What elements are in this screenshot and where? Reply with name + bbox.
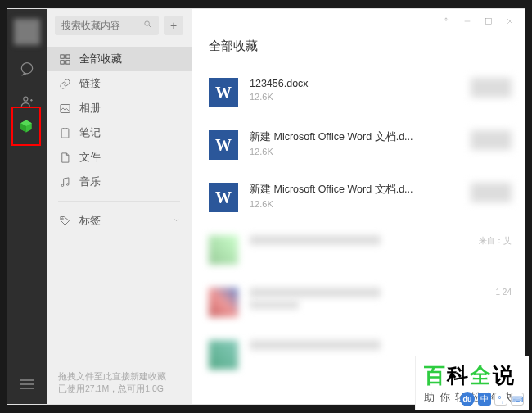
svg-point-10 bbox=[66, 183, 69, 185]
search-row: + bbox=[47, 9, 192, 42]
svg-rect-3 bbox=[60, 54, 63, 57]
category-link[interactable]: 链接 bbox=[47, 71, 192, 96]
category-tag[interactable]: 标签 bbox=[47, 208, 192, 233]
search-icon bbox=[143, 20, 152, 31]
tag-icon bbox=[58, 214, 71, 227]
app-window: + 全部收藏 链接 相册 笔记 文件 bbox=[7, 8, 525, 405]
page-title: 全部收藏 bbox=[192, 34, 525, 66]
svg-point-9 bbox=[61, 184, 64, 187]
maximize-icon[interactable] bbox=[484, 16, 494, 26]
svg-rect-7 bbox=[60, 104, 69, 112]
image-thumb-icon bbox=[209, 288, 238, 317]
svg-rect-8 bbox=[61, 128, 69, 137]
chevron-down-icon bbox=[173, 215, 180, 226]
keyboard-icon[interactable]: ⌨ bbox=[511, 393, 524, 406]
main-pane: 全部收藏 W 123456.docx 12.6K W 新建 Microsoft … bbox=[192, 9, 525, 404]
item-name: 新建 Microsoft Office Word 文档.d... bbox=[250, 130, 430, 144]
grid-icon bbox=[58, 52, 71, 66]
item-size: 12.6K bbox=[250, 92, 508, 102]
word-file-icon: W bbox=[209, 183, 238, 212]
os-tray: du 中 °, ⌨ bbox=[460, 392, 524, 406]
svg-rect-5 bbox=[60, 60, 63, 63]
svg-point-11 bbox=[61, 218, 63, 220]
list-item[interactable]: W 123456.docx 12.6K bbox=[192, 66, 525, 119]
word-file-icon: W bbox=[209, 130, 238, 160]
search-input[interactable] bbox=[61, 20, 140, 31]
storage-footer: 拖拽文件至此直接新建收藏 已使用27.1M，总可用1.0G bbox=[47, 370, 192, 405]
svg-rect-12 bbox=[486, 19, 492, 25]
category-label: 标签 bbox=[79, 214, 101, 228]
link-icon bbox=[58, 77, 71, 90]
note-icon bbox=[58, 126, 71, 139]
image-thumb-icon bbox=[209, 340, 238, 370]
music-icon bbox=[58, 175, 71, 188]
sidebar: + 全部收藏 链接 相册 笔记 文件 bbox=[47, 9, 192, 404]
minimize-icon[interactable] bbox=[462, 16, 472, 26]
category-label: 音乐 bbox=[79, 175, 101, 189]
avatar[interactable] bbox=[14, 19, 40, 45]
item-name bbox=[250, 235, 381, 245]
divider bbox=[58, 201, 180, 202]
category-label: 文件 bbox=[79, 151, 101, 165]
item-meta: 来自：艾 bbox=[479, 235, 512, 247]
item-name: 123456.docx bbox=[250, 78, 430, 89]
category-file[interactable]: 文件 bbox=[47, 145, 192, 170]
svg-point-0 bbox=[21, 63, 32, 74]
add-button[interactable]: + bbox=[164, 16, 183, 35]
item-size: 12.6K bbox=[250, 147, 508, 157]
file-icon bbox=[58, 151, 71, 164]
item-name: 新建 Microsoft Office Word 文档.d... bbox=[250, 183, 430, 197]
svg-rect-4 bbox=[65, 54, 69, 57]
watermark-title: 百科全说 bbox=[424, 361, 517, 390]
item-meta: 1 24 bbox=[496, 288, 512, 297]
category-all[interactable]: 全部收藏 bbox=[47, 47, 192, 71]
left-nav-bar bbox=[7, 9, 47, 404]
category-note[interactable]: 笔记 bbox=[47, 120, 192, 145]
ime-badge[interactable]: 中 bbox=[478, 393, 491, 406]
item-meta bbox=[471, 78, 512, 98]
list-item[interactable]: W 新建 Microsoft Office Word 文档.d... 12.6K bbox=[192, 171, 525, 224]
category-label: 笔记 bbox=[79, 126, 101, 140]
item-meta bbox=[471, 183, 512, 202]
category-album[interactable]: 相册 bbox=[47, 96, 192, 120]
category-label: 相册 bbox=[79, 102, 101, 116]
pin-icon[interactable] bbox=[441, 16, 451, 26]
list-item[interactable]: 来自：艾 bbox=[192, 224, 525, 276]
category-label: 全部收藏 bbox=[79, 52, 122, 66]
image-thumb-icon bbox=[209, 235, 238, 265]
svg-point-2 bbox=[145, 21, 150, 26]
category-label: 链接 bbox=[79, 77, 101, 91]
svg-point-1 bbox=[24, 97, 28, 101]
highlight-favorites-icon bbox=[11, 107, 41, 146]
category-music[interactable]: 音乐 bbox=[47, 170, 192, 194]
list-item[interactable]: 1 24 bbox=[192, 276, 525, 329]
word-file-icon: W bbox=[209, 78, 238, 107]
window-controls bbox=[192, 9, 525, 34]
item-size: 12.6K bbox=[250, 199, 508, 209]
category-list: 全部收藏 链接 相册 笔记 文件 音乐 bbox=[47, 42, 192, 238]
item-meta bbox=[471, 130, 512, 150]
footer-line-1: 拖拽文件至此直接新建收藏 bbox=[58, 370, 180, 384]
chat-icon[interactable] bbox=[18, 60, 36, 78]
list-item[interactable]: W 新建 Microsoft Office Word 文档.d... 12.6K bbox=[192, 119, 525, 171]
footer-line-2: 已使用27.1M，总可用1.0G bbox=[58, 383, 180, 396]
close-icon[interactable] bbox=[505, 16, 515, 26]
item-name bbox=[250, 288, 381, 297]
item-name bbox=[250, 340, 381, 350]
menu-icon[interactable] bbox=[20, 378, 34, 393]
baidu-badge-icon: du bbox=[460, 392, 475, 406]
search-box[interactable] bbox=[55, 16, 159, 35]
svg-rect-6 bbox=[65, 60, 69, 63]
ime-symbol-badge[interactable]: °, bbox=[494, 393, 507, 406]
favorites-list: W 123456.docx 12.6K W 新建 Microsoft Offic… bbox=[192, 66, 525, 404]
cube-icon[interactable] bbox=[19, 119, 34, 134]
image-icon bbox=[58, 102, 71, 115]
